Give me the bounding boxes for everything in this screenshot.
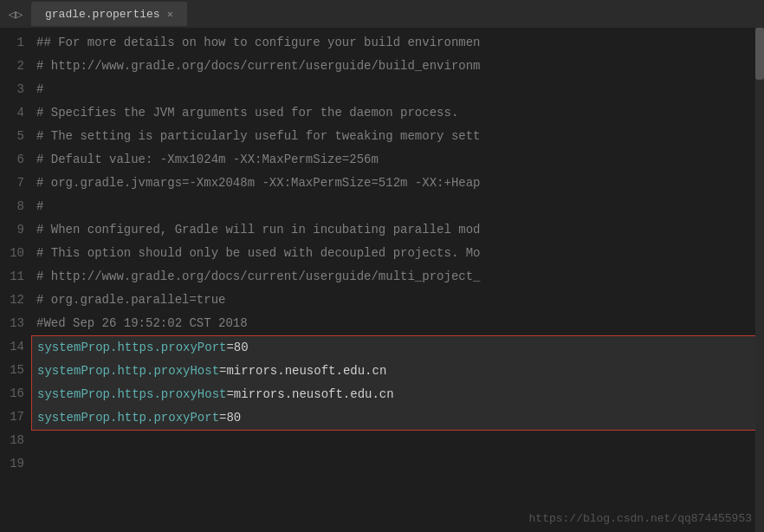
title-bar: ◁▷ gradle.properties ✕ <box>0 0 764 28</box>
highlighted-block: systemProp.https.proxyPort=80systemProp.… <box>31 335 764 431</box>
file-tab[interactable]: gradle.properties ✕ <box>31 2 187 26</box>
code-line: # <box>36 195 764 218</box>
line-number: 15 <box>0 359 24 382</box>
code-line: systemProp.http.proxyPort=80 <box>37 406 763 430</box>
line-number: 2 <box>0 55 24 78</box>
code-line: # This option should only be used with d… <box>36 242 764 265</box>
line-number: 11 <box>0 265 24 289</box>
line-numbers: 12345678910111213141516171819 <box>0 28 31 532</box>
code-line: # http://www.gradle.org/docs/current/use… <box>36 55 764 78</box>
code-line: # The setting is particularly useful for… <box>36 125 764 148</box>
code-line: ## For more details on how to configure … <box>36 31 764 55</box>
line-number: 12 <box>0 289 24 312</box>
line-number: 1 <box>0 31 24 55</box>
line-number: 10 <box>0 242 24 265</box>
line-number: 5 <box>0 125 24 148</box>
code-line: # org.gradle.parallel=true <box>36 289 764 312</box>
line-number: 16 <box>0 382 24 405</box>
code-line: # Default value: -Xmx1024m -XX:MaxPermSi… <box>36 148 764 172</box>
code-line: systemProp.https.proxyPort=80 <box>37 336 763 360</box>
line-number: 13 <box>0 312 24 335</box>
editor-area: 12345678910111213141516171819 ## For mor… <box>0 28 764 532</box>
tab-label: gradle.properties <box>45 8 160 21</box>
code-line: systemProp.https.proxyHost=mirrors.neuso… <box>37 383 763 406</box>
line-number: 17 <box>0 405 24 429</box>
line-number: 18 <box>0 429 24 452</box>
code-content[interactable]: ## For more details on how to configure … <box>31 28 764 532</box>
scrollbar-thumb[interactable] <box>755 28 764 80</box>
line-number: 3 <box>0 78 24 101</box>
line-number: 14 <box>0 335 24 359</box>
code-line: #Wed Sep 26 19:52:02 CST 2018 <box>36 312 764 335</box>
code-line: systemProp.http.proxyHost=mirrors.neusof… <box>37 360 763 383</box>
tab-close[interactable]: ✕ <box>167 8 173 21</box>
code-line: # Specifies the JVM arguments used for t… <box>36 101 764 125</box>
line-number: 6 <box>0 148 24 172</box>
code-line: # org.gradle.jvmargs=-Xmx2048m -XX:MaxPe… <box>36 172 764 195</box>
line-number: 7 <box>0 172 24 195</box>
line-number: 8 <box>0 195 24 218</box>
code-line: # When configured, Gradle will run in in… <box>36 218 764 242</box>
code-line: # <box>36 78 764 101</box>
line-number: 9 <box>0 218 24 242</box>
editor-icon: ◁▷ <box>7 5 24 23</box>
line-number: 4 <box>0 101 24 125</box>
watermark: https://blog.csdn.net/qq874455953 <box>529 512 752 525</box>
scrollbar[interactable] <box>755 28 764 532</box>
line-number: 19 <box>0 452 24 476</box>
code-line: # http://www.gradle.org/docs/current/use… <box>36 265 764 289</box>
